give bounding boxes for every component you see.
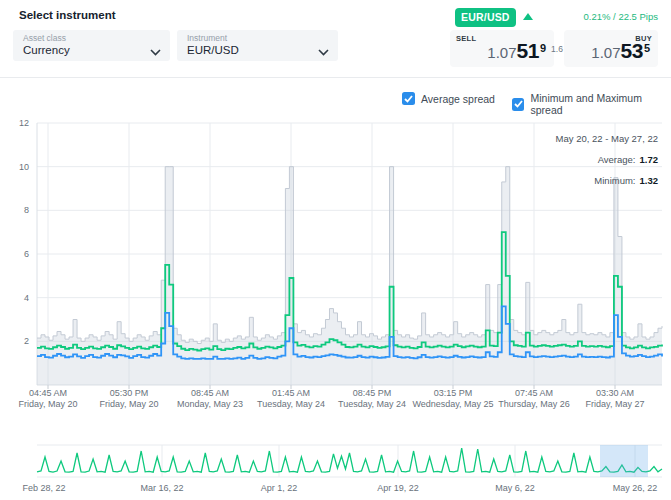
svg-text:08:45 PM: 08:45 PM — [353, 388, 392, 398]
svg-text:4: 4 — [24, 293, 29, 303]
svg-text:Tuesday, May 24: Tuesday, May 24 — [257, 399, 325, 409]
svg-text:Apr 1, 22: Apr 1, 22 — [261, 483, 298, 493]
svg-text:08:45 AM: 08:45 AM — [191, 388, 229, 398]
checkbox-checked-icon — [402, 92, 415, 105]
sell-label: SELL — [456, 34, 476, 43]
asset-class-value: Currency — [23, 44, 160, 57]
chevron-down-icon — [150, 42, 161, 60]
svg-text:Friday, May 20: Friday, May 20 — [100, 399, 159, 409]
instrument-label: Instrument — [187, 34, 328, 43]
svg-text:Friday, May 27: Friday, May 27 — [586, 399, 645, 409]
svg-text:04:45 AM: 04:45 AM — [29, 388, 67, 398]
legend-average: Average:1.72 — [556, 149, 658, 170]
svg-text:Monday, May 23: Monday, May 23 — [177, 399, 243, 409]
svg-text:Mar 16, 22: Mar 16, 22 — [140, 483, 183, 493]
buy-quote-box[interactable]: BUY 1.07535 — [564, 30, 658, 67]
symbol-badge: EUR/USD — [455, 8, 516, 27]
svg-text:07:45 AM: 07:45 AM — [515, 388, 553, 398]
svg-text:10: 10 — [19, 162, 29, 172]
checkbox-min-max-spread[interactable]: Minimum and Maximum spread — [512, 92, 671, 116]
triangle-up-icon — [523, 13, 533, 20]
svg-text:2: 2 — [24, 336, 29, 346]
navigator-selection[interactable] — [600, 445, 648, 477]
svg-text:03:30 AM: 03:30 AM — [596, 388, 634, 398]
asset-class-select[interactable]: Asset class Currency — [13, 30, 170, 61]
checkbox-average-spread[interactable]: Average spread — [402, 92, 495, 105]
svg-text:05:30 PM: 05:30 PM — [110, 388, 149, 398]
legend-minimum: Minimum:1.32 — [556, 170, 658, 191]
svg-text:Thursday, May 26: Thursday, May 26 — [498, 399, 569, 409]
divider — [0, 77, 671, 78]
checkbox-label: Average spread — [421, 93, 495, 105]
buy-price: 1.07535 — [591, 39, 650, 63]
svg-text:Tuesday, May 24: Tuesday, May 24 — [338, 399, 406, 409]
change-text: 0.21% / 22.5 Pips — [584, 11, 658, 22]
checkbox-checked-icon — [512, 98, 524, 111]
sell-price: 1.07519 — [487, 39, 546, 63]
svg-text:Feb 28, 22: Feb 28, 22 — [22, 483, 65, 493]
chart-legend: May 20, 22 - May 27, 22 Average:1.72 Min… — [556, 128, 658, 191]
svg-text:03:15 PM: 03:15 PM — [434, 388, 473, 398]
asset-class-label: Asset class — [23, 34, 160, 43]
svg-text:Friday, May 20: Friday, May 20 — [19, 399, 78, 409]
svg-text:Apr 19, 22: Apr 19, 22 — [377, 483, 419, 493]
svg-text:8: 8 — [24, 205, 29, 215]
svg-text:Wednesday, May 25: Wednesday, May 25 — [412, 399, 493, 409]
svg-text:01:45 AM: 01:45 AM — [272, 388, 310, 398]
spread-value: 1.6 — [549, 30, 565, 67]
chevron-down-icon — [318, 42, 329, 60]
page-title: Select instrument — [19, 9, 116, 21]
navigator-chart[interactable]: Feb 28, 22Mar 16, 22Apr 1, 22Apr 19, 22M… — [0, 435, 671, 500]
svg-text:May 26, 22: May 26, 22 — [613, 483, 658, 493]
spread-tool-page: Select instrument Asset class Currency I… — [0, 0, 671, 500]
svg-text:12: 12 — [19, 118, 29, 128]
sell-quote-box[interactable]: SELL 1.07519 — [450, 30, 554, 67]
instrument-value: EUR/USD — [187, 44, 328, 57]
svg-text:6: 6 — [24, 249, 29, 259]
checkbox-label: Minimum and Maximum spread — [530, 92, 671, 116]
svg-text:May 6, 22: May 6, 22 — [495, 483, 535, 493]
legend-range: May 20, 22 - May 27, 22 — [556, 128, 658, 149]
instrument-select[interactable]: Instrument EUR/USD — [177, 30, 338, 61]
